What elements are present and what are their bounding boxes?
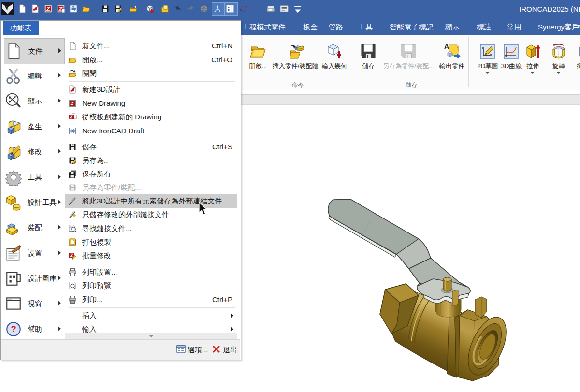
svg-text:?: ?	[11, 324, 16, 334]
svg-text:A: A	[444, 43, 449, 50]
